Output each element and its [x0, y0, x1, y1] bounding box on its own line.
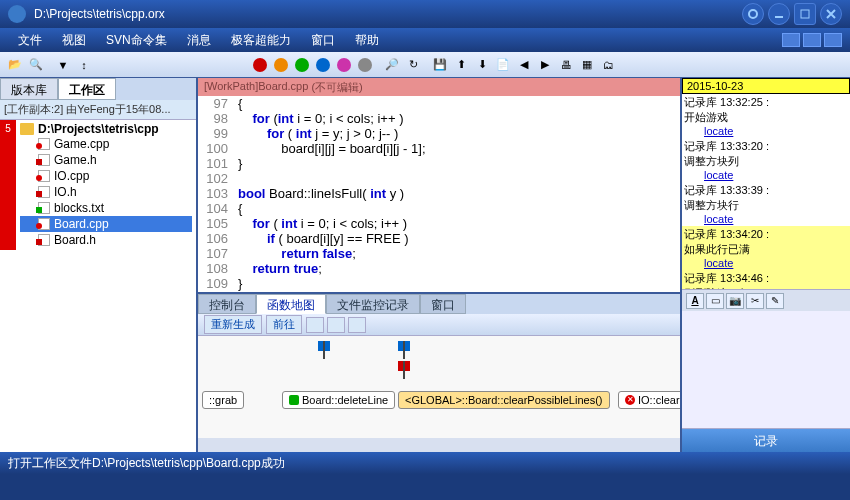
dot-green-icon[interactable]	[293, 56, 311, 74]
svg-rect-1	[775, 16, 783, 18]
tree-item[interactable]: IO.h	[20, 184, 192, 200]
horizontal-scrollbar[interactable]	[198, 438, 680, 452]
dot-gray-icon[interactable]	[356, 56, 374, 74]
layout-btn-2[interactable]	[803, 33, 821, 47]
node-clearpossible[interactable]: <GLOBAL>::Board::clearPossibleLines()	[398, 391, 610, 409]
log-list[interactable]: 记录库 13:32:25 :开始游戏locate记录库 13:33:20 :调整…	[682, 94, 850, 289]
log-label: 记录库	[684, 272, 717, 284]
tab-file-monitor[interactable]: 文件监控记录	[326, 294, 420, 314]
locate-link[interactable]: locate	[704, 213, 733, 225]
workspace-info: [工作副本:2] 由YeFeng于15年08...	[0, 100, 196, 120]
app-logo-icon	[8, 5, 26, 23]
file-name: Game.cpp	[54, 137, 109, 151]
dot-blue-icon[interactable]	[314, 56, 332, 74]
log-msg: 调整方块行	[684, 199, 739, 211]
log-entry: 记录库 13:32:25 :开始游戏locate	[682, 94, 850, 138]
pencil-icon[interactable]: ✎	[766, 293, 784, 309]
close-button[interactable]	[820, 3, 842, 25]
tab-window[interactable]: 窗口	[420, 294, 466, 314]
log-entry: 记录库 13:33:39 :调整方块行locate	[682, 182, 850, 226]
grid-icon[interactable]: ▦	[578, 56, 596, 74]
log-label: 记录库	[684, 96, 717, 108]
log-entry: 记录库 13:33:20 :调整方块列locate	[682, 138, 850, 182]
left-tabs: 版本库 工作区	[0, 78, 196, 100]
zoom-icon[interactable]	[327, 317, 345, 333]
settings-icon[interactable]	[742, 3, 764, 25]
locate-link[interactable]: locate	[704, 125, 733, 137]
regenerate-button[interactable]: 重新生成	[204, 315, 262, 334]
node-grab[interactable]: ::grab	[202, 391, 244, 409]
maximize-button[interactable]	[794, 3, 816, 25]
code-area[interactable]: 97{98 for (int i = 0; i < cols; i++ )99 …	[198, 96, 680, 292]
doc-icon[interactable]: 📄	[494, 56, 512, 74]
svg-point-0	[749, 10, 757, 18]
filter-icon[interactable]: ▼	[54, 56, 72, 74]
locate-link[interactable]: locate	[704, 169, 733, 181]
log-msg: 调整方块列	[684, 155, 739, 167]
find-icon[interactable]: 🔎	[383, 56, 401, 74]
log-label: 记录库	[684, 228, 717, 240]
tree-item[interactable]: Game.cpp	[20, 136, 192, 152]
dot-pink-icon[interactable]	[335, 56, 353, 74]
window-title: D:\Projects\tetris\cpp.orx	[34, 7, 738, 21]
function-map-canvas[interactable]: ::grab Board::deleteLine <GLOBAL>::Board…	[198, 336, 680, 438]
sort-icon[interactable]: ↕	[75, 56, 93, 74]
file-name: IO.cpp	[54, 169, 89, 183]
nav-back-icon[interactable]: ◀	[515, 56, 533, 74]
log-label: 记录库	[684, 184, 717, 196]
tree-icon[interactable]: 🗂	[599, 56, 617, 74]
text-style-icon[interactable]: A	[686, 293, 704, 309]
menu-window[interactable]: 窗口	[301, 30, 345, 51]
record-button[interactable]: 记录	[682, 428, 850, 452]
menu-message[interactable]: 消息	[177, 30, 221, 51]
snip-icon[interactable]: ✂	[746, 293, 764, 309]
log-date: 2015-10-23	[682, 78, 850, 94]
tree-item[interactable]: Game.h	[20, 152, 192, 168]
menu-view[interactable]: 视图	[52, 30, 96, 51]
log-time: 13:33:20 :	[720, 140, 769, 152]
search-icon[interactable]: 🔍	[27, 56, 45, 74]
tree-item[interactable]: blocks.txt	[20, 200, 192, 216]
flag-blue-icon	[398, 341, 418, 361]
goto-button[interactable]: 前往	[266, 315, 302, 334]
refresh-icon[interactable]: ↻	[404, 56, 422, 74]
down-icon[interactable]: ⬇	[473, 56, 491, 74]
node-ioclear[interactable]: ✕IO::clear	[618, 391, 680, 409]
dot-red-icon[interactable]	[251, 56, 269, 74]
open-icon[interactable]: 📂	[6, 56, 24, 74]
node-deleteline[interactable]: Board::deleteLine	[282, 391, 395, 409]
menu-help[interactable]: 帮助	[345, 30, 389, 51]
layout-btn-1[interactable]	[782, 33, 800, 47]
tab-console[interactable]: 控制台	[198, 294, 256, 314]
statusbar: 打开工作区文件D:\Projects\tetris\cpp\Board.cpp成…	[0, 452, 850, 474]
minimize-button[interactable]	[768, 3, 790, 25]
up-icon[interactable]: ⬆	[452, 56, 470, 74]
tree-root[interactable]: D:\Projects\tetris\cpp	[20, 122, 192, 136]
log-time: 13:33:39 :	[720, 184, 769, 196]
editor-header: [WorkPath]Board.cpp (不可编辑)	[198, 78, 680, 96]
tab-function-map[interactable]: 函数地图	[256, 294, 326, 314]
tab-repo[interactable]: 版本库	[0, 78, 58, 100]
menu-svn[interactable]: SVN命令集	[96, 30, 177, 51]
log-entry: 记录库 13:34:46 :则删除这一行locate	[682, 270, 850, 289]
nav-fwd-icon[interactable]: ▶	[536, 56, 554, 74]
log-time: 13:32:25 :	[720, 96, 769, 108]
locate-link[interactable]: locate	[704, 257, 733, 269]
palette-icon[interactable]: ▭	[706, 293, 724, 309]
menu-geek[interactable]: 极客超能力	[221, 30, 301, 51]
menubar: 文件 视图 SVN命令集 消息 极客超能力 窗口 帮助	[0, 28, 850, 52]
print-icon[interactable]: 🖶	[557, 56, 575, 74]
save-icon[interactable]: 💾	[431, 56, 449, 74]
dot-orange-icon[interactable]	[272, 56, 290, 74]
menu-file[interactable]: 文件	[8, 30, 52, 51]
map-icon[interactable]	[306, 317, 324, 333]
down-arrow-icon[interactable]	[348, 317, 366, 333]
camera-icon[interactable]: 📷	[726, 293, 744, 309]
tree-item[interactable]: Board.cpp	[20, 216, 192, 232]
tree-item[interactable]: Board.h	[20, 232, 192, 248]
tree-item[interactable]: IO.cpp	[20, 168, 192, 184]
flag-blue-icon	[318, 341, 338, 361]
layout-btn-3[interactable]	[824, 33, 842, 47]
log-label: 记录库	[684, 140, 717, 152]
tab-workspace[interactable]: 工作区	[58, 78, 116, 100]
